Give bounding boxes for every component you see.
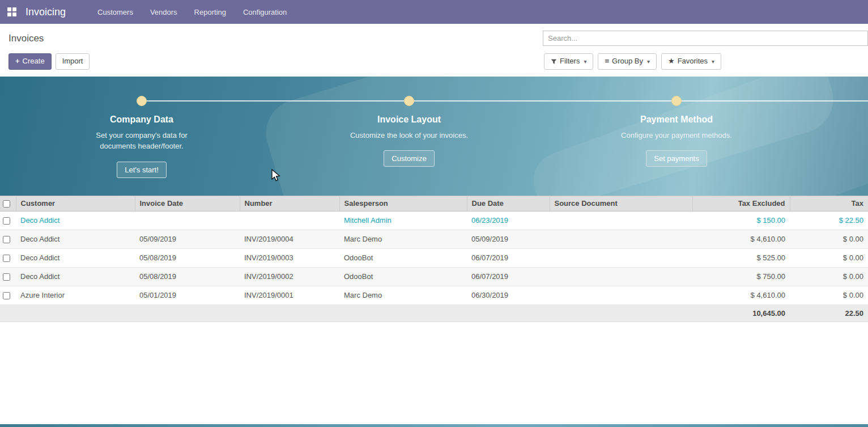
cell-customer: Deco Addict: [16, 267, 135, 286]
total-tax: 22.50: [790, 305, 868, 322]
cell-customer: Deco Addict: [16, 211, 135, 230]
action-buttons: + Create Import: [0, 46, 543, 77]
column-header-invoice-date[interactable]: Invoice Date: [135, 196, 240, 211]
lets-start-button[interactable]: Let's start!: [117, 162, 167, 178]
app-name[interactable]: Invoicing: [25, 6, 66, 18]
checkbox-cell: [0, 286, 16, 305]
select-all-cell: [0, 196, 16, 211]
cell-customer: Deco Addict: [16, 248, 135, 267]
filter-icon: [551, 58, 557, 65]
row-checkbox[interactable]: [3, 255, 10, 262]
column-header-due-date[interactable]: Due Date: [467, 196, 550, 211]
table-row[interactable]: Deco Addict 05/09/2019 INV/2019/0004 Mar…: [0, 230, 868, 248]
cell-source-document: [550, 248, 692, 267]
cell-tax-excluded: $ 750.00: [692, 267, 790, 286]
step-dot: [137, 96, 147, 106]
step-title: Company Data: [45, 115, 238, 125]
onboarding-step-invoice-layout: Invoice Layout Customize the look of you…: [313, 77, 505, 167]
cell-tax: $ 0.00: [790, 248, 868, 267]
favorites-button-label: Favorites: [678, 57, 708, 66]
cell-invoice-date: 05/08/2019: [135, 267, 240, 286]
cell-number: INV/2019/0004: [240, 230, 339, 248]
cell-number: INV/2019/0003: [240, 248, 339, 267]
filters-button-label: Filters: [560, 57, 580, 66]
checkbox-cell: [0, 267, 16, 286]
row-checkbox[interactable]: [3, 273, 10, 281]
column-header-source-document[interactable]: Source Document: [550, 196, 692, 211]
menu-customers[interactable]: Customers: [97, 8, 133, 16]
customize-button[interactable]: Customize: [384, 150, 434, 167]
cell-tax-excluded: $ 525.00: [692, 248, 790, 267]
apps-grid-icon[interactable]: [7, 7, 16, 16]
cell-source-document: [550, 267, 692, 286]
set-payments-button[interactable]: Set payments: [646, 150, 707, 167]
checkbox-cell: [0, 211, 16, 230]
table-row[interactable]: Azure Interior 05/01/2019 INV/2019/0001 …: [0, 286, 868, 305]
step-description: Set your company's data for documents he…: [78, 130, 205, 152]
table-row[interactable]: Deco Addict Mitchell Admin 06/23/2019 $ …: [0, 211, 868, 230]
create-button-label: Create: [23, 57, 45, 66]
topbar-menus: Customers Vendors Reporting Configuratio…: [97, 8, 287, 16]
onboarding-banner: Company Data Set your company's data for…: [0, 77, 868, 196]
facet-buttons: Filters ▾ ≡ Group By ▾ ★ Favorites ▾: [543, 46, 868, 77]
group-by-button[interactable]: ≡ Group By ▾: [598, 53, 657, 70]
column-header-number[interactable]: Number: [240, 196, 339, 211]
cell-tax-excluded: $ 4,610.00: [692, 286, 790, 305]
table-row[interactable]: Deco Addict 05/08/2019 INV/2019/0002 Odo…: [0, 267, 868, 286]
cell-source-document: [550, 211, 692, 230]
row-checkbox[interactable]: [3, 236, 10, 243]
filters-button[interactable]: Filters ▾: [544, 53, 593, 70]
cell-due-date: 06/07/2019: [467, 267, 550, 286]
checkbox-cell: [0, 230, 16, 248]
cell-tax-excluded: $ 150.00: [692, 211, 790, 230]
cell-invoice-date: 05/01/2019: [135, 286, 240, 305]
column-header-customer[interactable]: Customer: [16, 196, 135, 211]
cell-invoice-date: 05/08/2019: [135, 248, 240, 267]
import-button[interactable]: Import: [56, 53, 90, 70]
caret-down-icon: ▾: [712, 58, 714, 65]
column-header-tax[interactable]: Tax: [790, 196, 868, 211]
cell-salesperson: OdooBot: [339, 248, 467, 267]
favorites-button[interactable]: ★ Favorites ▾: [661, 53, 721, 70]
step-description: Customize the look of your invoices.: [346, 130, 473, 141]
cell-number: [240, 211, 339, 230]
step-title: Invoice Layout: [313, 115, 505, 125]
totals-row: 10,645.00 22.50: [0, 305, 868, 322]
row-checkbox[interactable]: [3, 292, 10, 299]
menu-vendors[interactable]: Vendors: [150, 8, 177, 16]
group-by-button-label: Group By: [612, 57, 643, 66]
search-input[interactable]: [543, 31, 868, 46]
step-title: Payment Method: [580, 115, 773, 125]
column-header-tax-excluded[interactable]: Tax Excluded: [692, 196, 790, 211]
cell-number: INV/2019/0002: [240, 267, 339, 286]
cell-number: INV/2019/0001: [240, 286, 339, 305]
create-button[interactable]: + Create: [8, 53, 52, 70]
import-button-label: Import: [62, 57, 83, 66]
column-header-salesperson[interactable]: Salesperson: [339, 196, 467, 211]
step-dot: [671, 96, 682, 106]
cell-tax: $ 0.00: [790, 267, 868, 286]
cell-due-date: 06/23/2019: [467, 211, 550, 230]
cell-invoice-date: 05/09/2019: [135, 230, 240, 248]
cell-salesperson: Marc Demo: [339, 286, 467, 305]
menu-configuration[interactable]: Configuration: [243, 8, 287, 16]
cell-due-date: 05/09/2019: [467, 230, 550, 248]
cell-customer: Deco Addict: [16, 230, 135, 248]
cell-tax-excluded: $ 4,610.00: [692, 230, 790, 248]
cell-tax: $ 0.00: [790, 286, 868, 305]
cell-tax: $ 0.00: [790, 230, 868, 248]
total-tax-excluded: 10,645.00: [692, 305, 790, 322]
table-row[interactable]: Deco Addict 05/08/2019 INV/2019/0003 Odo…: [0, 248, 868, 267]
star-icon: ★: [668, 57, 675, 66]
caret-down-icon: ▾: [647, 58, 650, 65]
cell-due-date: 06/07/2019: [467, 248, 550, 267]
step-description: Configure your payment methods.: [613, 130, 740, 141]
menu-reporting[interactable]: Reporting: [194, 8, 226, 16]
cell-source-document: [550, 286, 692, 305]
cell-tax: $ 22.50: [790, 211, 868, 230]
row-checkbox[interactable]: [3, 217, 10, 225]
cell-customer: Azure Interior: [16, 286, 135, 305]
caret-down-icon: ▾: [584, 58, 586, 65]
plus-icon: +: [15, 57, 20, 66]
select-all-checkbox[interactable]: [3, 200, 10, 208]
